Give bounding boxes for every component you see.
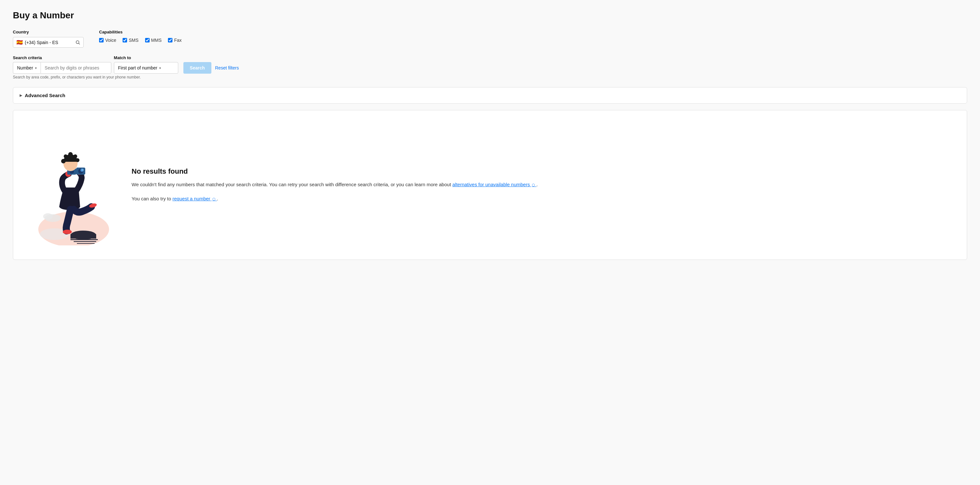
request-number-link[interactable]: request a number ⬡ <box>172 196 217 201</box>
search-button[interactable]: Search <box>183 62 212 74</box>
svg-line-1 <box>79 43 80 44</box>
search-digits-input[interactable] <box>41 62 111 74</box>
number-type-dropdown[interactable]: Number ▾ <box>13 62 41 74</box>
criteria-section: Search criteria Number ▾ Match to First … <box>13 55 967 80</box>
search-hint: Search by area code, prefix, or characte… <box>13 75 967 80</box>
svg-point-24 <box>76 158 80 162</box>
try-suffix: . <box>217 196 218 201</box>
no-results-desc-prefix: We couldn't find any numbers that matche… <box>132 182 451 187</box>
number-type-label: Number <box>17 65 33 70</box>
search-criteria-label: Search criteria <box>13 55 111 60</box>
no-results-desc-suffix: . <box>536 182 538 187</box>
advanced-search-label: Advanced Search <box>25 93 65 98</box>
svg-point-9 <box>63 230 72 234</box>
capabilities-section: Capabilities Voice SMS MMS Fax <box>99 30 182 43</box>
no-results-description: We couldn't find any numbers that matche… <box>132 181 951 188</box>
capability-sms[interactable]: SMS <box>123 38 138 43</box>
voice-checkbox[interactable] <box>99 38 103 43</box>
external-link-icon: ⬡ <box>532 183 535 187</box>
capabilities-list: Voice SMS MMS Fax <box>99 38 182 43</box>
no-results-try: You can also try to request a number ⬡ . <box>132 195 951 203</box>
match-to-group: Match to First part of number ▾ <box>114 55 178 74</box>
svg-point-21 <box>64 154 68 158</box>
country-search-button[interactable] <box>76 40 80 45</box>
capability-mms[interactable]: MMS <box>145 38 162 43</box>
search-criteria-group: Search criteria Number ▾ <box>13 55 111 74</box>
match-to-dropdown[interactable]: First part of number ▾ <box>114 62 178 74</box>
sms-checkbox[interactable] <box>123 38 127 43</box>
capabilities-label: Capabilities <box>99 30 182 34</box>
alternatives-link[interactable]: alternatives for unavailable numbers ⬡ <box>452 182 536 187</box>
fax-checkbox[interactable] <box>168 38 172 43</box>
svg-point-22 <box>68 152 73 157</box>
match-dropdown-arrow-icon: ▾ <box>159 66 161 70</box>
country-label: Country <box>13 30 84 34</box>
reset-filters-button[interactable]: Reset filters <box>214 62 240 74</box>
country-section: Country 🇪🇸 (+34) Spain - ES <box>13 30 84 48</box>
svg-point-23 <box>73 154 77 158</box>
no-results-title: No results found <box>132 167 951 176</box>
advanced-search-box: ▶ Advanced Search <box>13 87 967 103</box>
sms-label: SMS <box>129 38 138 43</box>
svg-point-26 <box>43 213 53 219</box>
match-to-value: First part of number <box>118 65 158 70</box>
results-box: No results found We couldn't find any nu… <box>13 110 967 260</box>
mms-label: MMS <box>151 38 162 43</box>
dropdown-arrow-icon: ▾ <box>35 66 37 70</box>
triangle-icon: ▶ <box>20 94 22 97</box>
svg-point-18 <box>82 169 84 171</box>
advanced-search-toggle[interactable]: ▶ Advanced Search <box>20 93 65 98</box>
svg-point-20 <box>61 159 66 164</box>
country-input-wrap[interactable]: 🇪🇸 (+34) Spain - ES <box>13 37 84 48</box>
country-value: (+34) Spain - ES <box>25 40 74 45</box>
capability-voice[interactable]: Voice <box>99 38 116 43</box>
voice-label: Voice <box>105 38 116 43</box>
alternatives-link-text: alternatives for unavailable numbers <box>452 182 530 187</box>
svg-rect-5 <box>70 234 96 239</box>
no-results-content: No results found We couldn't find any nu… <box>132 167 951 203</box>
fax-label: Fax <box>174 38 181 43</box>
capability-fax[interactable]: Fax <box>168 38 181 43</box>
request-number-text: request a number <box>172 196 210 201</box>
match-to-label: Match to <box>114 55 178 60</box>
country-flag: 🇪🇸 <box>16 39 23 45</box>
try-prefix: You can also try to <box>132 196 171 201</box>
mms-checkbox[interactable] <box>145 38 150 43</box>
request-external-link-icon: ⬡ <box>212 197 216 201</box>
no-results-illustration <box>29 123 112 246</box>
page-title: Buy a Number <box>13 10 967 21</box>
